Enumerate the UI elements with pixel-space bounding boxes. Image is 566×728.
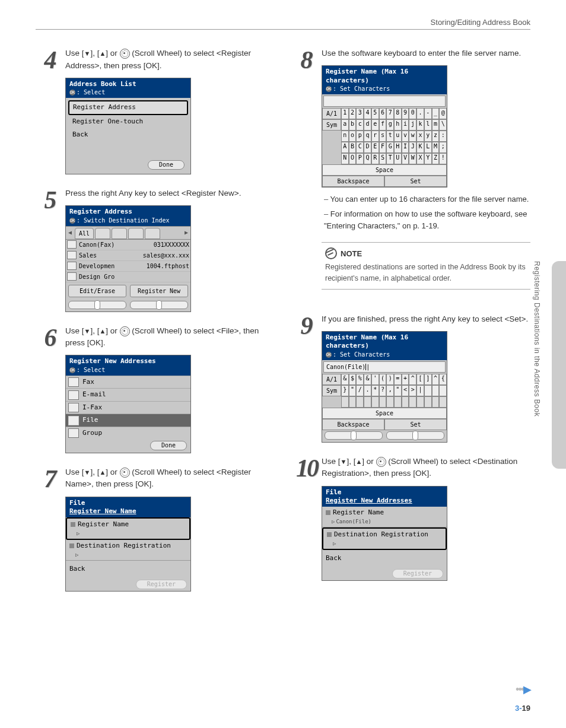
kb-key[interactable]: 8 [394,108,402,119]
kb-key[interactable]: ^ [432,374,440,385]
kb-key[interactable]: J [409,142,416,153]
addr-row[interactable]: Developmen1004.ftphost [66,261,190,272]
kb-key[interactable]: u [394,131,402,142]
kb-key[interactable]: o [349,131,357,142]
kb-key[interactable]: b [349,119,357,131]
entry-field[interactable]: Canon(File)| [323,361,446,373]
kb-key[interactable]: ( [379,374,387,385]
kb-space[interactable]: Space [322,164,447,176]
kb-key[interactable]: ] [424,374,432,385]
menu-register-onetouch[interactable]: Register One-touch [68,115,188,129]
kb-mode-sym[interactable]: Sym [322,119,341,131]
kb-key[interactable]: h [394,119,402,131]
kb-key[interactable]: L [424,142,432,153]
kb-key[interactable]: , [386,385,394,396]
kb-key[interactable]: q [364,131,371,142]
kb-key[interactable]: ' [371,374,379,385]
kb-key[interactable]: 4 [364,108,371,119]
kb-key[interactable]: R [371,153,379,164]
left-any-key[interactable] [325,431,383,440]
kb-key[interactable]: $ [349,374,357,385]
kb-key[interactable]: & [364,374,371,385]
kb-key[interactable]: ) [386,374,394,385]
done-button[interactable]: Done [150,441,187,450]
back-item[interactable]: Back [322,550,447,567]
kb-key[interactable]: 9 [402,108,409,119]
kb-key[interactable]: 1 [341,108,349,119]
addr-row[interactable]: Canon(Fax)031XXXXXXX [66,240,190,250]
kb-key[interactable]: v [402,131,409,142]
kb-key[interactable]: G [386,142,394,153]
kb-key[interactable] [424,385,432,396]
kb-key[interactable]: O [349,153,357,164]
kb-key[interactable]: d [364,119,371,131]
kb-key[interactable]: i [402,119,409,131]
kb-key[interactable]: p [356,131,364,142]
kb-key[interactable]: 0 [409,108,416,119]
kb-space[interactable]: Space [322,408,447,419]
kb-key[interactable]: . [416,108,424,119]
menu-register-address[interactable]: Register Address [68,100,188,115]
kb-key[interactable]: 3 [356,108,364,119]
kb-key[interactable]: . [364,385,371,396]
kb-key[interactable]: : [439,131,447,142]
kb-key[interactable]: t [386,131,394,142]
kb-key[interactable]: 5 [371,108,379,119]
kb-key[interactable]: @ [439,108,447,119]
kb-key[interactable]: > [409,385,416,396]
kb-key[interactable]: V [402,153,409,164]
kb-key[interactable]: 6 [379,108,387,119]
kb-key[interactable]: Z [432,153,440,164]
kb-key[interactable]: H [394,142,402,153]
type-file[interactable]: File [66,414,190,427]
tab-blank[interactable] [145,228,160,239]
type-fax[interactable]: Fax [66,376,190,389]
tab-left-arrow-icon[interactable]: ◀ [66,227,74,239]
kb-key[interactable]: E [371,142,379,153]
left-any-key[interactable] [68,301,126,309]
tab-right-arrow-icon[interactable]: ▶ [182,227,190,239]
kb-key[interactable]: < [402,385,409,396]
kb-key[interactable]: } [341,385,349,396]
edit-erase-button[interactable]: Edit/Erase [68,285,126,297]
right-any-key[interactable] [130,301,188,309]
kb-key[interactable]: g [386,119,394,131]
kb-key[interactable]: M [432,142,440,153]
menu-back[interactable]: Back [68,128,188,142]
tab-all[interactable]: All [75,228,94,239]
kb-key[interactable]: y [424,131,432,142]
register-new-button[interactable]: Register New [130,285,188,297]
kb-key[interactable]: / [356,385,364,396]
kb-key[interactable]: I [402,142,409,153]
kb-key[interactable]: A [341,142,349,153]
kb-key[interactable]: | [416,385,424,396]
kb-key[interactable]: x [416,131,424,142]
kb-mode-sym[interactable]: Sym [322,385,341,396]
kb-key[interactable]: e [371,119,379,131]
dest-reg-item[interactable]: Destination Registration ▷ [66,540,190,561]
right-any-key[interactable] [386,431,444,440]
kb-key[interactable]: _ [432,108,440,119]
kb-key[interactable]: 2 [349,108,357,119]
kb-key[interactable]: m [432,119,440,131]
kb-key[interactable]: U [394,153,402,164]
kb-key[interactable]: T [386,153,394,164]
kb-key[interactable]: Y [424,153,432,164]
kb-key[interactable]: 7 [386,108,394,119]
kb-key[interactable] [432,385,440,396]
kb-key[interactable]: + [402,374,409,385]
kb-key[interactable]: X [416,153,424,164]
kb-key[interactable]: " [349,385,357,396]
kb-backspace[interactable]: Backspace [322,176,384,187]
kb-key[interactable]: Q [364,153,371,164]
kb-key[interactable]: n [341,131,349,142]
kb-key[interactable] [439,385,447,396]
kb-key[interactable]: % [356,374,364,385]
type-ifax[interactable]: I-Fax [66,401,190,414]
entry-field[interactable] [323,96,446,107]
kb-set[interactable]: Set [384,176,447,187]
kb-key[interactable]: f [379,119,387,131]
kb-key[interactable]: w [409,131,416,142]
kb-key[interactable]: B [349,142,357,153]
kb-key[interactable]: F [379,142,387,153]
